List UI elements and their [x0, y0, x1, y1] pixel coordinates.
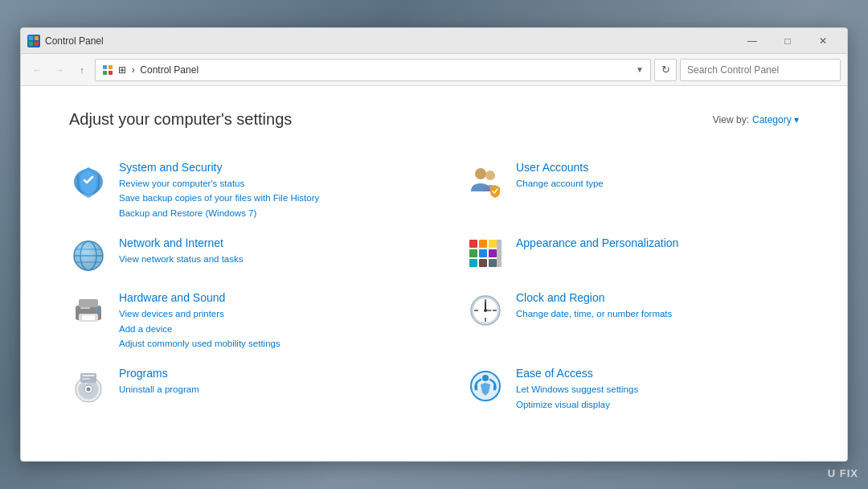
svg-rect-2	[29, 42, 33, 46]
category-network-internet: Network and Internet View network status…	[69, 228, 402, 283]
view-by: View by: Category ▾	[713, 114, 799, 125]
svg-rect-24	[469, 259, 477, 267]
content-header: Adjust your computer's settings View by:…	[69, 110, 799, 129]
svg-rect-31	[82, 315, 95, 320]
close-button[interactable]: ✕	[805, 28, 841, 54]
svg-point-52	[482, 375, 489, 381]
ease-of-access-link-2[interactable]: Optimize visual display	[516, 397, 638, 412]
svg-rect-20	[489, 240, 497, 248]
system-security-link-3[interactable]: Backup and Restore (Windows 7)	[119, 206, 319, 220]
system-security-link-2[interactable]: Save backup copies of your files with Fi…	[119, 191, 319, 205]
watermark: U FIX	[828, 467, 858, 479]
programs-title[interactable]: Programs	[119, 367, 199, 380]
clock-region-title[interactable]: Clock and Region	[516, 291, 672, 304]
svg-rect-7	[108, 71, 113, 75]
search-box	[680, 59, 841, 81]
svg-rect-0	[29, 36, 33, 40]
svg-rect-33	[80, 307, 90, 309]
svg-rect-5	[108, 65, 113, 69]
categories-grid: System and Security Review your computer…	[69, 153, 799, 420]
system-security-title[interactable]: System and Security	[119, 161, 319, 174]
svg-rect-29	[79, 299, 98, 307]
address-path: ⊞ › Control Panel	[118, 64, 631, 76]
ease-of-access-icon	[466, 367, 505, 405]
user-accounts-title[interactable]: User Accounts	[516, 161, 604, 174]
title-bar-left: Control Panel	[27, 35, 104, 47]
hardware-sound-link-2[interactable]: Add a device	[119, 322, 280, 336]
svg-rect-23	[489, 249, 497, 257]
network-internet-icon	[69, 236, 108, 275]
svg-rect-25	[479, 259, 487, 267]
address-bar: ← → ↑ ⊞ › Control Panel ▼ ↻	[21, 54, 847, 86]
back-button[interactable]: ←	[27, 60, 47, 80]
forward-button[interactable]: →	[50, 60, 69, 80]
window-icon	[27, 35, 40, 47]
up-button[interactable]: ↑	[72, 60, 92, 80]
svg-point-10	[485, 171, 495, 180]
appearance-content: Appearance and Personalization	[516, 236, 678, 252]
search-input[interactable]	[687, 64, 833, 76]
svg-rect-22	[479, 249, 487, 257]
hardware-sound-title[interactable]: Hardware and Sound	[119, 291, 280, 304]
svg-rect-6	[103, 71, 107, 75]
folder-icon	[102, 64, 113, 76]
user-accounts-icon	[466, 161, 505, 199]
address-dropdown[interactable]: ▼	[636, 65, 644, 74]
page-title: Adjust your computer's settings	[69, 110, 292, 129]
hardware-sound-link-3[interactable]: Adjust commonly used mobility settings	[119, 336, 280, 351]
category-appearance: Appearance and Personalization	[466, 228, 799, 283]
svg-rect-48	[82, 375, 95, 376]
appearance-title[interactable]: Appearance and Personalization	[516, 236, 678, 249]
programs-link-1[interactable]: Uninstall a program	[119, 382, 199, 397]
category-programs: Programs Uninstall a program	[69, 359, 402, 420]
programs-icon	[69, 367, 108, 405]
system-security-content: System and Security Review your computer…	[119, 161, 319, 220]
system-security-link-1[interactable]: Review your computer's status	[119, 176, 319, 191]
ease-of-access-title[interactable]: Ease of Access	[516, 367, 638, 380]
svg-point-17	[74, 241, 103, 270]
svg-point-32	[95, 308, 99, 312]
view-by-value[interactable]: Category ▾	[752, 114, 799, 125]
svg-rect-27	[497, 240, 502, 267]
category-hardware-sound: Hardware and Sound View devices and prin…	[69, 283, 402, 359]
category-ease-of-access: Ease of Access Let Windows suggest setti…	[466, 359, 799, 420]
clock-region-link-1[interactable]: Change date, time, or number formats	[516, 306, 672, 321]
svg-rect-18	[469, 240, 477, 248]
hardware-sound-link-1[interactable]: View devices and printers	[119, 306, 280, 321]
svg-point-9	[475, 168, 486, 179]
svg-rect-3	[35, 42, 39, 46]
svg-rect-19	[479, 240, 487, 248]
programs-content: Programs Uninstall a program	[119, 367, 199, 397]
hardware-sound-icon	[69, 291, 108, 330]
svg-rect-26	[489, 259, 497, 267]
network-internet-content: Network and Internet View network status…	[119, 236, 243, 266]
refresh-button[interactable]: ↻	[654, 59, 677, 81]
clock-region-icon	[466, 291, 505, 330]
hardware-sound-content: Hardware and Sound View devices and prin…	[119, 291, 280, 351]
window-title: Control Panel	[45, 35, 104, 47]
minimize-button[interactable]: —	[735, 28, 770, 54]
appearance-icon	[466, 236, 505, 275]
title-bar: Control Panel — □ ✕	[21, 28, 847, 54]
user-accounts-content: User Accounts Change account type	[516, 161, 604, 191]
category-clock-region: Clock and Region Change date, time, or n…	[466, 283, 799, 359]
svg-rect-49	[82, 378, 90, 380]
user-accounts-link-1[interactable]: Change account type	[516, 176, 604, 191]
svg-point-42	[484, 309, 487, 312]
network-internet-title[interactable]: Network and Internet	[119, 236, 243, 249]
control-panel-window: Control Panel — □ ✕ ← → ↑ ⊞ › Control Pa…	[20, 27, 848, 462]
svg-point-46	[87, 388, 91, 392]
ease-of-access-link-1[interactable]: Let Windows suggest settings	[516, 382, 638, 397]
category-user-accounts: User Accounts Change account type	[466, 153, 799, 228]
content-area: Adjust your computer's settings View by:…	[21, 86, 847, 461]
svg-rect-21	[469, 249, 477, 257]
address-field[interactable]: ⊞ › Control Panel ▼	[95, 59, 651, 81]
system-security-icon	[69, 161, 108, 199]
maximize-button[interactable]: □	[770, 28, 805, 54]
network-internet-link-1[interactable]: View network status and tasks	[119, 252, 243, 266]
ease-of-access-content: Ease of Access Let Windows suggest setti…	[516, 367, 638, 412]
svg-rect-1	[35, 36, 39, 40]
window-controls: — □ ✕	[735, 28, 841, 54]
svg-rect-4	[103, 65, 107, 69]
category-system-security: System and Security Review your computer…	[69, 153, 402, 228]
